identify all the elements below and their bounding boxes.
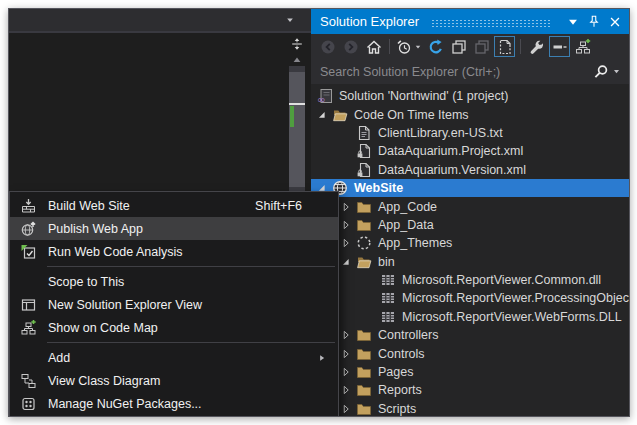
expand-arrow-icon[interactable] [339, 235, 356, 251]
menu-item-add[interactable]: Add [10, 346, 338, 369]
tree-item-microsoft-reportviewer-processingobjectm[interactable]: Microsoft.ReportViewer.ProcessingObjectM [311, 289, 629, 307]
menu-item-label: Manage NuGet Packages... [48, 397, 202, 411]
menu-icon-spacer [20, 274, 37, 290]
svg-text:∞: ∞ [317, 94, 325, 105]
search-icon[interactable] [593, 64, 609, 80]
code-map-icon [20, 320, 37, 336]
tree-item-controllers[interactable]: Controllers [311, 326, 629, 344]
expand-arrow-icon[interactable] [339, 327, 356, 343]
tree-item-scripts[interactable]: Scripts [311, 400, 629, 416]
scroll-up-icon [291, 54, 303, 66]
tree-item-code-on-time-items[interactable]: Code On Time Items [311, 105, 629, 123]
menu-item-show-on-code-map[interactable]: Show on Code Map [10, 316, 338, 339]
menu-separator [47, 266, 335, 267]
menu-item-label: Publish Web App [48, 222, 143, 236]
tree-item-microsoft-reportviewer-webforms-dll[interactable]: Microsoft.ReportViewer.WebForms.DLL [311, 308, 629, 326]
tree-item-microsoft-reportviewer-common-dll[interactable]: Microsoft.ReportViewer.Common.dll [311, 271, 629, 289]
expand-arrow-icon[interactable] [339, 217, 356, 233]
menu-item-run-web-code-analysis[interactable]: Run Web Code Analysis [10, 240, 338, 263]
scrollbar-thumb[interactable] [289, 72, 305, 187]
xml-file-icon [356, 162, 372, 178]
close-panel-button[interactable] [606, 13, 623, 30]
forward-icon [343, 39, 359, 55]
tree-item-app-code[interactable]: App_Code [311, 197, 629, 215]
wrench-icon [529, 39, 545, 55]
menu-item-label: Run Web Code Analysis [48, 245, 183, 259]
menu-shortcut: Shift+F6 [255, 199, 302, 213]
pin-icon [587, 15, 601, 29]
menu-item-copy-web-site[interactable]: Copy Web Site... [10, 415, 338, 417]
tree-item-bin[interactable]: bin [311, 253, 629, 271]
solution-tree: ∞Solution 'Northwind' (1 project)Code On… [311, 84, 629, 416]
tree-item-dataaquarium-project-xml[interactable]: DataAquarium.Project.xml [311, 142, 629, 160]
switch-views-button[interactable] [395, 36, 423, 57]
menu-item-build-web-site[interactable]: Build Web SiteShift+F6 [10, 194, 338, 217]
tree-item-label: Reports [378, 383, 422, 397]
home-button[interactable] [363, 36, 384, 57]
splitter-icon [290, 37, 304, 51]
caret-down-icon [414, 43, 422, 51]
expand-arrow-icon[interactable] [339, 401, 356, 416]
tree-item-app-data[interactable]: App_Data [311, 216, 629, 234]
menu-item-label: Add [48, 351, 70, 365]
menu-item-scope-to-this[interactable]: Scope to This [10, 270, 338, 293]
tree-item-reports[interactable]: Reports [311, 381, 629, 399]
menu-item-new-solution-explorer-view[interactable]: New Solution Explorer View [10, 293, 338, 316]
sync-with-active-document-button[interactable] [572, 36, 593, 57]
expand-arrow-icon[interactable] [339, 364, 356, 380]
menu-item-manage-nuget-packages[interactable]: Manage NuGet Packages... [10, 392, 338, 415]
scrollbar-change-marker [290, 106, 294, 127]
show-all-files-icon [497, 39, 513, 55]
collapse-arrow-icon[interactable] [339, 254, 356, 270]
screenshot-frame: Solution Explorer Search Solution Explor… [0, 0, 637, 425]
folder-closed-icon [356, 401, 372, 416]
solution-icon: ∞ [317, 88, 333, 104]
menu-item-publish-web-app[interactable]: Publish Web App [10, 217, 338, 240]
preview-selected-items-button[interactable] [549, 36, 570, 57]
window-position-button[interactable] [564, 13, 581, 30]
tree-item-label: WebSite [354, 181, 403, 195]
arrow-spacer [339, 125, 356, 141]
search-options-caret-icon[interactable] [612, 67, 621, 76]
properties-button[interactable] [526, 36, 547, 57]
refresh-button[interactable] [425, 36, 446, 57]
expand-arrow-icon[interactable] [339, 346, 356, 362]
expand-arrow-icon[interactable] [339, 382, 356, 398]
titlebar-drag-texture [431, 19, 552, 28]
nuget-icon [20, 396, 37, 412]
menu-item-label: New Solution Explorer View [48, 298, 202, 312]
auto-hide-pin-button[interactable] [585, 13, 602, 30]
chevron-down-icon [566, 15, 580, 29]
folder-closed-icon [356, 346, 372, 362]
splitter-handle[interactable] [289, 35, 305, 53]
pending-changes-filter-button[interactable] [471, 36, 492, 57]
scroll-up-button[interactable] [289, 53, 305, 66]
collapse-all-button[interactable] [448, 36, 469, 57]
menu-item-view-class-diagram[interactable]: View Class Diagram [10, 369, 338, 392]
collapse-arrow-icon[interactable] [315, 107, 332, 123]
editor-window-caret-icon[interactable] [285, 15, 295, 25]
forward-button[interactable] [340, 36, 361, 57]
panel-title: Solution Explorer [320, 14, 419, 29]
folder-open-icon [332, 107, 348, 123]
search-placeholder: Search Solution Explorer (Ctrl+;) [320, 65, 593, 79]
tree-item-website[interactable]: WebSite [311, 179, 629, 197]
solution-explorer-titlebar[interactable]: Solution Explorer [311, 9, 629, 34]
solution-explorer-panel: Solution Explorer Search Solution Explor… [311, 9, 629, 416]
tree-item-solution-northwind-1-project[interactable]: ∞Solution 'Northwind' (1 project) [311, 87, 629, 105]
tree-item-app-themes[interactable]: App_Themes [311, 234, 629, 252]
theme-icon [356, 235, 372, 251]
tree-item-clientlibrary-en-us-txt[interactable]: ClientLibrary.en-US.txt [311, 124, 629, 142]
tree-item-label: Microsoft.ReportViewer.ProcessingObjectM [402, 291, 629, 305]
tree-item-dataaquarium-version-xml[interactable]: DataAquarium.Version.xml [311, 161, 629, 179]
tree-item-controls[interactable]: Controls [311, 344, 629, 362]
toolbar-separator [389, 39, 390, 54]
arrow-spacer [363, 309, 380, 325]
folder-open-icon [356, 254, 372, 270]
search-input[interactable]: Search Solution Explorer (Ctrl+;) [311, 59, 629, 84]
show-all-files-button[interactable] [494, 36, 515, 57]
back-button[interactable] [317, 36, 338, 57]
tree-item-pages[interactable]: Pages [311, 363, 629, 381]
menu-item-label: Show on Code Map [48, 321, 158, 335]
expand-arrow-icon[interactable] [339, 199, 356, 215]
